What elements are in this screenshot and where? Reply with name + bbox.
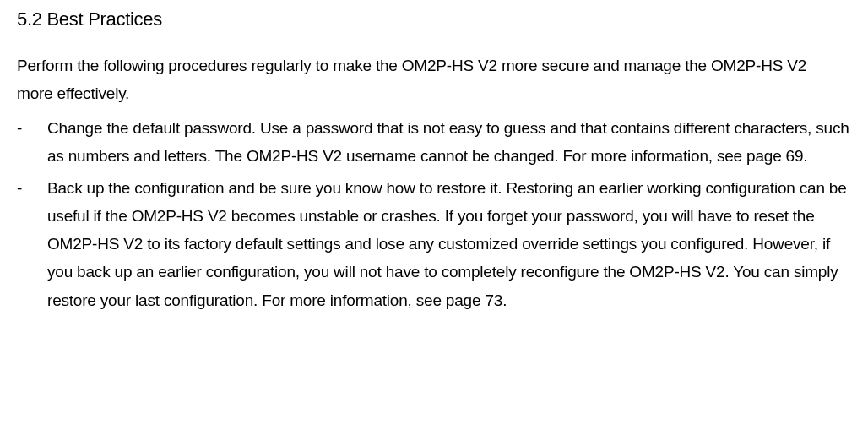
section-heading: 5.2 Best Practices [17,8,851,30]
intro-paragraph-line1: Perform the following procedures regular… [17,54,851,79]
bullet-list: - Change the default password. Use a pas… [17,114,851,314]
intro-paragraph-line2: more effectively. [17,82,851,106]
bullet-marker: - [17,174,47,314]
list-item: - Change the default password. Use a pas… [17,114,851,171]
bullet-text: Change the default password. Use a passw… [47,114,851,171]
bullet-marker: - [17,114,47,171]
bullet-text: Back up the configuration and be sure yo… [47,174,851,314]
list-item: - Back up the configuration and be sure … [17,174,851,314]
